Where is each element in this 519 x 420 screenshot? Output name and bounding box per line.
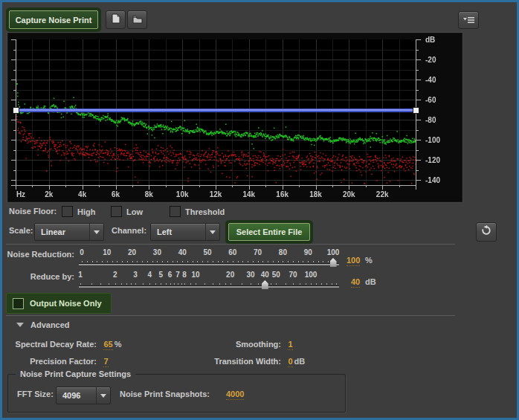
slider-tick-label: 5 bbox=[159, 271, 164, 279]
chevron-down-icon bbox=[96, 387, 110, 404]
output-noise-only-label: Output Noise Only bbox=[30, 299, 102, 308]
noise-reduction-panel: Capture Noise Print Noise Floor: High Lo… bbox=[0, 0, 519, 420]
capture-noise-print-label: Capture Noise Print bbox=[16, 16, 92, 25]
save-noise-print-button[interactable] bbox=[106, 10, 126, 29]
select-entire-file-button[interactable]: Select Entire File bbox=[228, 223, 310, 241]
legend-label-high: High bbox=[77, 207, 95, 216]
output-noise-only-row[interactable]: Output Noise Only bbox=[6, 293, 112, 314]
slider-tick-label: 20 bbox=[128, 248, 136, 256]
chevron-expanded-icon bbox=[16, 323, 24, 327]
scale-dropdown-value: Linear bbox=[35, 227, 89, 236]
slider-tick-label: 2 bbox=[113, 271, 117, 279]
fft-size-dropdown[interactable]: 4096 bbox=[56, 387, 111, 404]
precision-factor-value[interactable]: 7 bbox=[103, 357, 108, 367]
slider-tick-label: 50 bbox=[203, 248, 211, 256]
legend-item-threshold: Threshold bbox=[170, 206, 225, 217]
channel-dropdown[interactable]: Left bbox=[150, 223, 220, 241]
spectral-decay-rate-unit: % bbox=[115, 340, 122, 349]
chevron-down-icon bbox=[205, 224, 219, 240]
advanced-header: Advanced bbox=[30, 320, 70, 329]
noise-print-snapshots-label: Noise Print Snapshots: bbox=[120, 390, 210, 398]
scale-dropdown[interactable]: Linear bbox=[34, 223, 104, 241]
noise-reduction-unit: % bbox=[365, 256, 373, 265]
transition-width-value[interactable]: 0 bbox=[288, 357, 292, 367]
select-entire-file-label: Select Entire File bbox=[236, 227, 303, 236]
slider-tick-label: 8 bbox=[182, 271, 187, 279]
output-noise-only-checkbox[interactable] bbox=[13, 298, 24, 309]
transition-width-unit: dB bbox=[294, 357, 306, 366]
reduce-by-value[interactable]: 40 bbox=[351, 277, 360, 288]
precision-factor-label: Precision Factor: bbox=[0, 357, 97, 366]
slider-thumb[interactable] bbox=[330, 258, 337, 267]
slider-tick-label: 10 bbox=[103, 248, 111, 256]
reduce-by-slider[interactable]: 12345678102030405070100 bbox=[74, 271, 348, 291]
slider-tick-label: 100 bbox=[327, 248, 340, 256]
transition-width-label: Transition Width: bbox=[184, 357, 281, 366]
slider-tick-label: 1 bbox=[78, 271, 83, 279]
load-noise-print-button[interactable] bbox=[127, 10, 147, 29]
slider-tick-label: 50 bbox=[272, 271, 280, 279]
advanced-disclosure[interactable]: Advanced bbox=[16, 320, 70, 329]
legend-item-high: High bbox=[62, 206, 95, 217]
capture-noise-print-button[interactable]: Capture Noise Print bbox=[9, 10, 98, 29]
group-title: Noise Print Capture Settings bbox=[16, 369, 135, 378]
slider-tick-label: 40 bbox=[261, 271, 269, 279]
threshold-color-swatch bbox=[170, 206, 181, 217]
slider-thumb[interactable] bbox=[262, 280, 268, 289]
high-color-swatch bbox=[62, 206, 73, 217]
precision-factor-field: Precision Factor: 7 bbox=[0, 354, 110, 367]
noise-reduction-value[interactable]: 100 bbox=[346, 256, 360, 266]
noise-reduction-label: Noise Reduction: bbox=[0, 250, 74, 259]
slider-tick-label: 60 bbox=[228, 248, 236, 256]
slider-tick-label: 4 bbox=[148, 271, 152, 279]
reset-icon bbox=[481, 225, 491, 239]
spectral-decay-rate-value[interactable]: 65 bbox=[103, 340, 112, 350]
noise-floor-graph[interactable] bbox=[7, 33, 462, 202]
slider-tick-label: 30 bbox=[246, 271, 254, 279]
reduce-by-unit: dB bbox=[365, 277, 376, 286]
channel-label: Channel: bbox=[112, 226, 146, 235]
slider-tick-label: 6 bbox=[168, 271, 173, 279]
legend-label-low: Low bbox=[126, 207, 143, 216]
noise-print-capture-settings-group: Noise Print Capture Settings FFT Size: 4… bbox=[7, 374, 346, 413]
slider-tick-label: 3 bbox=[133, 271, 138, 279]
slider-tick-label: 70 bbox=[288, 271, 297, 279]
legend-item-low: Low bbox=[111, 206, 143, 217]
slider-tick-label: 100 bbox=[305, 271, 317, 279]
slider-tick-label: 30 bbox=[153, 248, 161, 256]
smoothing-value[interactable]: 1 bbox=[288, 340, 292, 350]
channel-dropdown-value: Left bbox=[151, 227, 205, 236]
legend-title: Noise Floor: bbox=[9, 207, 57, 216]
smoothing-label: Smoothing: bbox=[184, 340, 281, 349]
panel-menu-button[interactable] bbox=[458, 11, 479, 29]
reset-button[interactable] bbox=[476, 222, 497, 242]
fft-size-value: 4096 bbox=[57, 391, 96, 400]
file-icon bbox=[112, 13, 120, 27]
legend-label-threshold: Threshold bbox=[185, 207, 225, 216]
noise-print-snapshots-value[interactable]: 4000 bbox=[226, 390, 244, 400]
noise-reduction-slider[interactable]: 0102030405060708090100 bbox=[74, 248, 348, 269]
folder-icon bbox=[132, 13, 143, 27]
transition-width-field: Transition Width: 0dB bbox=[184, 354, 305, 367]
slider-tick-label: 90 bbox=[304, 248, 312, 256]
chevron-down-icon bbox=[89, 224, 103, 240]
slider-tick-label: 7 bbox=[175, 271, 180, 279]
spectral-decay-rate-field: Spectral Decay Rate: 65% bbox=[0, 337, 121, 350]
fft-size-label: FFT Size: bbox=[17, 390, 54, 398]
slider-tick-label: 10 bbox=[191, 271, 199, 279]
low-color-swatch bbox=[111, 206, 122, 217]
reduce-by-label: Reduce by: bbox=[0, 272, 74, 281]
slider-tick-label: 20 bbox=[226, 271, 234, 279]
panel-menu-icon bbox=[463, 13, 474, 27]
slider-tick-label: 80 bbox=[279, 248, 287, 256]
smoothing-field: Smoothing: 1 bbox=[184, 337, 294, 350]
slider-tick-label: 0 bbox=[80, 248, 84, 256]
slider-tick-label: 70 bbox=[254, 248, 262, 256]
scale-label: Scale: bbox=[9, 226, 33, 235]
spectral-decay-rate-label: Spectral Decay Rate: bbox=[0, 340, 97, 349]
slider-tick-label: 40 bbox=[178, 248, 187, 256]
